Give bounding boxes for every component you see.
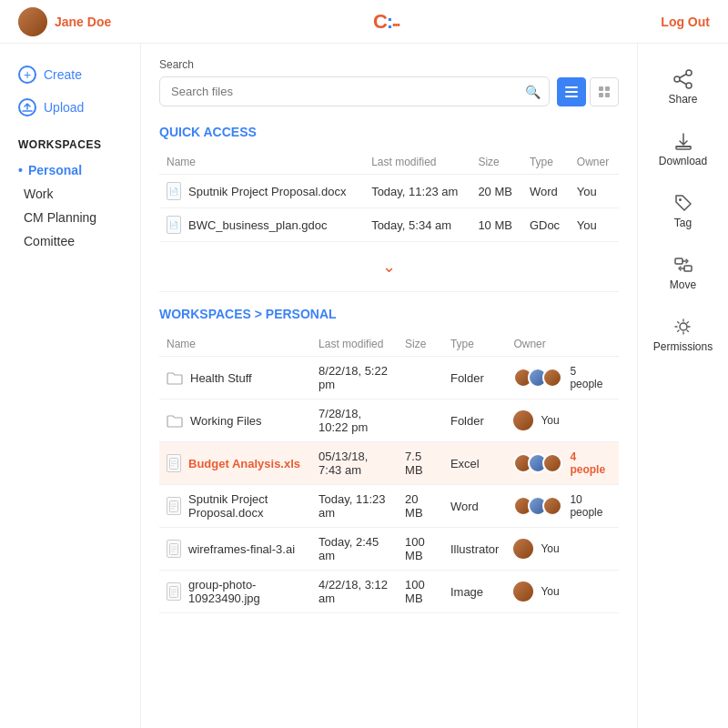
upload-button[interactable]: Upload [0,91,140,124]
file-name: Sputnik Project Proposal.docx [188,185,346,198]
qa-col-modified: Last modified [364,150,470,175]
main-content: Search 🔍 [141,44,637,728]
qa-col-size: Size [470,150,522,175]
create-button[interactable]: + Create [0,58,140,91]
grid-view-button[interactable] [590,77,619,106]
search-label: Search [159,58,619,71]
file-size: 20 MB [398,485,443,528]
file-owner: You [506,399,619,442]
file-name: group-photo-10923490.jpg [188,578,304,605]
file-icon [167,582,181,601]
file-type: Excel [443,442,506,485]
table-row[interactable]: Sputnik Project Proposal.docxToday, 11:2… [159,485,619,528]
table-row[interactable]: Health Stuff8/22/18, 5:22 pmFolder5 peop… [159,357,619,399]
svg-point-23 [686,70,692,76]
file-type: Word [443,485,506,528]
upload-label: Upload [44,100,84,115]
folder-icon [167,414,183,428]
user-name: Jane Doe [55,15,111,29]
svg-rect-2 [565,96,578,97]
file-modified: 7/28/18, 10:22 pm [311,399,398,442]
permissions-label: Permissions [653,340,713,353]
qa-col-owner: Owner [570,150,619,175]
table-row[interactable]: wireframes-final-3.aiToday, 2:45 am100 M… [159,528,619,571]
file-type: Folder [443,357,506,399]
quick-access-table: Name Last modified Size Type Owner 📄Sput… [159,150,619,292]
file-type: Illustrator [443,528,506,571]
file-type: Folder [443,399,506,442]
svg-rect-6 [605,93,610,97]
file-name: Health Stuff [190,371,252,385]
file-icon [167,454,181,472]
upload-icon [18,98,36,116]
file-modified: 8/22/18, 5:22 pm [311,357,398,399]
permissions-button[interactable]: Permissions [647,306,720,364]
p-col-size: Size [398,332,443,357]
table-row[interactable]: Budget Analysis.xls05/13/18, 7:43 am7.5 … [159,442,619,485]
file-modified: Today, 11:23 am [311,485,398,528]
p-col-modified: Last modified [311,332,398,357]
sidebar: + Create Upload WORKSPACES Personal Work… [0,44,141,728]
share-button[interactable]: Share [647,58,720,116]
tag-icon [673,193,693,213]
svg-point-24 [686,83,692,88]
search-input[interactable] [159,76,550,106]
file-owner: 10 people [506,485,619,528]
file-size: 100 MB [398,528,443,571]
file-name: Budget Analysis.xls [188,457,300,470]
file-owner: 5 people [506,357,619,399]
permissions-icon [672,317,694,337]
expand-quick-access[interactable]: ⌄ [167,249,612,284]
sidebar-item-personal[interactable]: Personal [0,158,140,182]
file-size: 10 MB [470,208,522,242]
table-row[interactable]: 📄Sputnik Project Proposal.docx Today, 11… [159,175,619,208]
download-label: Download [659,155,707,167]
svg-rect-3 [599,86,603,91]
file-name: Working Files [190,414,262,428]
svg-line-27 [680,81,686,85]
tag-label: Tag [674,217,692,229]
qa-col-name: Name [159,150,364,175]
sidebar-item-comittee[interactable]: Comittee [0,229,140,253]
create-icon: + [18,66,36,84]
svg-rect-5 [599,93,603,97]
file-modified: Today, 2:45 am [311,528,398,571]
file-owner: You [506,571,619,613]
svg-rect-30 [675,258,682,264]
header: Jane Doe C:••• Log Out [0,0,728,44]
sidebar-item-cmplanning[interactable]: CM Planning [0,206,140,229]
create-label: Create [44,67,82,82]
file-type: GDoc [522,208,570,242]
file-size: 7.5 MB [398,442,443,485]
p-col-type: Type [443,332,506,357]
right-panel: Share Download Tag [637,44,728,728]
share-icon [672,69,694,89]
avatar [18,7,47,36]
file-owner: 4 people [506,442,619,485]
file-modified: 05/13/18, 7:43 am [311,442,398,485]
table-row[interactable]: 📄BWC_business_plan.gdoc Today, 5:34 am 1… [159,208,619,242]
qa-col-type: Type [522,150,570,175]
search-bar: 🔍 [159,76,619,106]
folder-icon [167,371,183,385]
tag-button[interactable]: Tag [647,182,720,240]
svg-line-26 [680,75,686,78]
file-size: 100 MB [398,571,443,613]
table-row[interactable]: Working Files7/28/18, 10:22 pmFolderYou [159,399,619,442]
file-modified: Today, 11:23 am [364,175,470,208]
move-icon [673,255,693,275]
sidebar-item-work[interactable]: Work [0,182,140,206]
download-button[interactable]: Download [647,120,720,178]
file-size [398,399,443,442]
move-label: Move [670,278,696,291]
main-layout: + Create Upload WORKSPACES Personal Work… [0,44,728,728]
move-button[interactable]: Move [647,244,720,302]
file-owner: You [570,208,619,242]
svg-point-29 [679,198,682,201]
download-icon [673,131,693,151]
table-row[interactable]: group-photo-10923490.jpg4/22/18, 3:12 am… [159,571,619,613]
file-icon [167,540,181,558]
list-view-button[interactable] [557,77,586,106]
search-icon[interactable]: 🔍 [525,85,541,99]
logout-button[interactable]: Log Out [661,15,710,29]
